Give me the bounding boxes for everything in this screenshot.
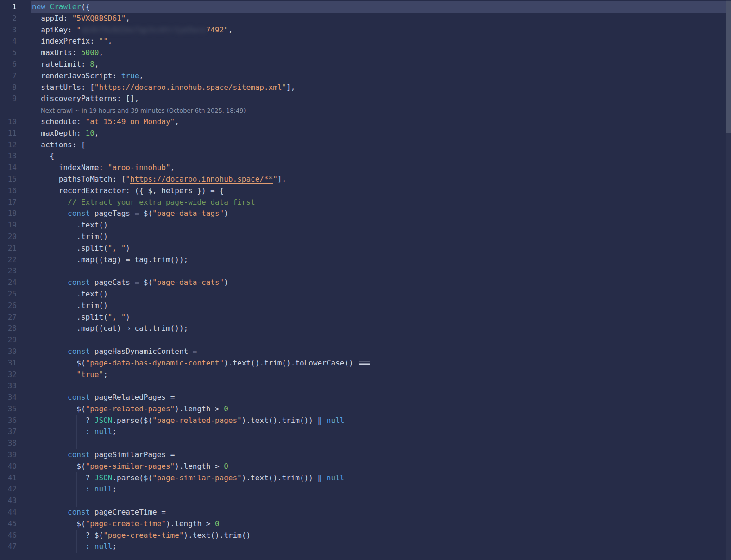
line-number[interactable]: 31 — [0, 358, 32, 369]
code-content[interactable]: const pageSimilarPages = — [32, 449, 731, 461]
line-number[interactable]: 22 — [0, 254, 32, 266]
line-number[interactable]: 12 — [0, 139, 32, 151]
line-number[interactable]: 25 — [0, 289, 32, 300]
line-number[interactable]: 30 — [0, 346, 32, 358]
inline-widget-row[interactable]: Next crawl ~ in 19 hours and 39 minutes … — [0, 105, 731, 116]
code-line[interactable]: 32 "true"; — [0, 369, 731, 381]
code-line[interactable]: 21 .split(", ") — [0, 243, 731, 254]
line-number[interactable]: 34 — [0, 392, 32, 403]
line-number[interactable]: 9 — [0, 93, 32, 105]
code-line[interactable]: 13 { — [0, 151, 731, 162]
code-content[interactable]: const pageHasDynamicContent = — [32, 346, 731, 358]
code-content[interactable]: discoveryPatterns: [], — [32, 93, 731, 105]
line-number[interactable]: 47 — [0, 541, 32, 553]
code-line[interactable]: 23 — [0, 265, 731, 277]
line-number[interactable]: 14 — [0, 162, 32, 174]
code-content[interactable]: .map((cat) ⇒ cat.trim()); — [32, 323, 731, 334]
code-line[interactable]: 29 — [0, 334, 731, 346]
code-content[interactable]: .text() — [32, 220, 731, 231]
code-line[interactable]: 35 $("page-related-pages").length > 0 — [0, 403, 731, 415]
code-line[interactable]: 45 $("page-create-time").length > 0 — [0, 518, 731, 530]
line-number[interactable]: 33 — [0, 380, 32, 392]
line-number[interactable]: 6 — [0, 59, 32, 70]
code-content[interactable]: new Crawler({ — [32, 1, 731, 13]
code-content[interactable]: $("page-similar-pages").length > 0 — [32, 461, 731, 472]
line-number[interactable]: 4 — [0, 36, 32, 47]
line-number[interactable]: 1 — [0, 1, 32, 13]
code-line[interactable]: 43 — [0, 495, 731, 507]
line-number[interactable]: 39 — [0, 449, 32, 461]
code-line[interactable]: 34 const pageRelatedPages = — [0, 392, 731, 403]
code-content[interactable]: "true"; — [32, 369, 731, 381]
line-number[interactable]: 8 — [0, 82, 32, 94]
code-content[interactable]: $("page-create-time").length > 0 — [32, 518, 731, 530]
line-number[interactable]: 17 — [0, 197, 32, 208]
line-number[interactable]: 37 — [0, 426, 32, 438]
code-content[interactable]: ? $("page-create-time").text().trim() — [32, 530, 731, 541]
line-number[interactable]: 7 — [0, 70, 32, 82]
scrollbar-thumb[interactable] — [726, 1, 731, 133]
code-content[interactable]: indexName: "aroo-innohub", — [32, 162, 731, 174]
code-line[interactable]: 47 : null; — [0, 541, 731, 553]
line-number[interactable]: 16 — [0, 185, 32, 197]
code-line[interactable]: 4 indexPrefix: "", — [0, 36, 731, 47]
code-line[interactable]: 19 .text() — [0, 220, 731, 231]
code-content[interactable]: maxDepth: 10, — [32, 128, 731, 139]
code-content[interactable] — [32, 265, 731, 277]
line-number[interactable]: 40 — [0, 461, 32, 472]
line-number[interactable]: 36 — [0, 415, 32, 427]
code-line[interactable]: 8 startUrls: ["https://docaroo.innohub.s… — [0, 82, 731, 94]
code-line[interactable]: 10 schedule: "at 15:49 on Monday", — [0, 116, 731, 128]
code-content[interactable]: const pageTags = $("page-data-tags") — [32, 208, 731, 220]
code-line[interactable]: 6 rateLimit: 8, — [0, 59, 731, 70]
code-content[interactable] — [32, 495, 731, 507]
code-line[interactable]: 14 indexName: "aroo-innohub", — [0, 162, 731, 174]
code-content[interactable]: maxUrls: 5000, — [32, 47, 731, 59]
line-number[interactable]: 13 — [0, 151, 32, 162]
code-content[interactable]: // Extract your extra page-wide data fir… — [32, 197, 731, 208]
line-number[interactable]: 45 — [0, 518, 32, 530]
code-content[interactable]: .split(", ") — [32, 312, 731, 323]
code-content[interactable]: ? JSON.parse($("page-related-pages").tex… — [32, 415, 731, 427]
code-line[interactable]: 27 .split(", ") — [0, 312, 731, 323]
code-line[interactable]: 5 maxUrls: 5000, — [0, 47, 731, 59]
line-number[interactable]: 43 — [0, 495, 32, 507]
code-content[interactable]: .text() — [32, 289, 731, 300]
code-line[interactable]: 46 ? $("page-create-time").text().trim() — [0, 530, 731, 541]
line-number[interactable]: 19 — [0, 220, 32, 231]
code-line[interactable]: 25 .text() — [0, 289, 731, 300]
code-line[interactable]: 31 $("page-data-has-dynamic-content").te… — [0, 358, 731, 369]
code-line[interactable]: 41 ? JSON.parse($("page-similar-pages").… — [0, 472, 731, 484]
code-line[interactable]: 42 : null; — [0, 484, 731, 495]
code-content[interactable]: indexPrefix: "", — [32, 36, 731, 47]
line-number[interactable]: 28 — [0, 323, 32, 334]
line-number[interactable]: 20 — [0, 231, 32, 243]
line-number[interactable]: 46 — [0, 530, 32, 541]
code-content[interactable]: pathsToMatch: ["https://docaroo.innohub.… — [32, 174, 731, 185]
line-number[interactable]: 18 — [0, 208, 32, 220]
code-line-current[interactable]: 1new Crawler({ — [0, 1, 731, 13]
code-content[interactable]: appId: "5VXQ8BSD61", — [32, 13, 731, 25]
code-content[interactable]: : null; — [32, 541, 731, 553]
line-number[interactable]: 38 — [0, 438, 32, 449]
code-content[interactable] — [32, 334, 731, 346]
line-number[interactable]: 41 — [0, 472, 32, 484]
code-line[interactable]: 37 : null; — [0, 426, 731, 438]
line-number[interactable]: 24 — [0, 277, 32, 289]
code-line[interactable]: 39 const pageSimilarPages = — [0, 449, 731, 461]
code-line[interactable]: 18 const pageTags = $("page-data-tags") — [0, 208, 731, 220]
code-content[interactable]: : null; — [32, 426, 731, 438]
code-content[interactable]: rateLimit: 8, — [32, 59, 731, 70]
code-content[interactable]: ? JSON.parse($("page-similar-pages").tex… — [32, 472, 731, 484]
code-content[interactable]: .map((tag) ⇒ tag.trim()); — [32, 254, 731, 266]
code-line[interactable]: 17 // Extract your extra page-wide data … — [0, 197, 731, 208]
code-content[interactable]: actions: [ — [32, 139, 731, 151]
code-line[interactable]: 24 const pageCats = $("page-data-cats") — [0, 277, 731, 289]
code-content[interactable]: const pageCats = $("page-data-cats") — [32, 277, 731, 289]
code-content[interactable]: : null; — [32, 484, 731, 495]
code-content[interactable]: .split(", ") — [32, 243, 731, 254]
line-number[interactable]: 44 — [0, 507, 32, 518]
code-line[interactable]: 44 const pageCreateTime = — [0, 507, 731, 518]
line-number[interactable]: 5 — [0, 47, 32, 59]
code-line[interactable]: 12 actions: [ — [0, 139, 731, 151]
